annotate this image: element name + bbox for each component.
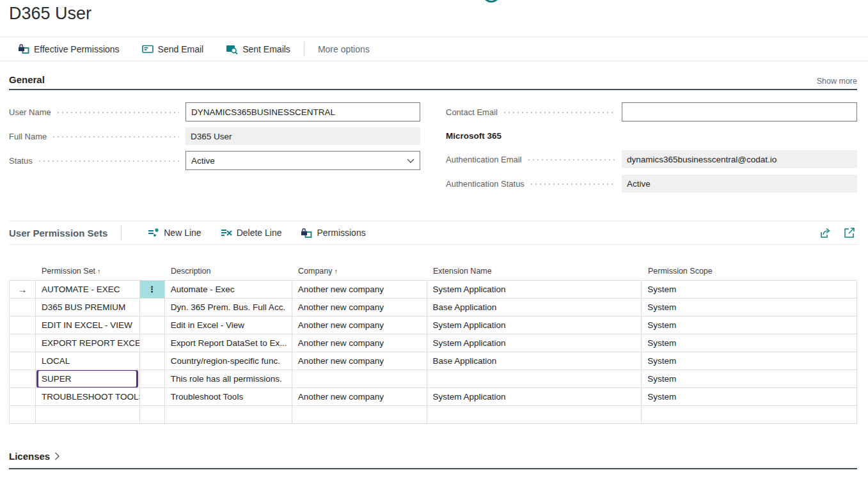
delete-line-icon xyxy=(221,228,232,238)
effective-permissions-label: Effective Permissions xyxy=(34,44,120,54)
column-header-permission-set[interactable]: Permission Set↑ xyxy=(35,267,139,276)
sort-ascending-icon: ↑ xyxy=(97,267,101,275)
column-header-company[interactable]: Company↑ xyxy=(292,267,427,276)
full-name-field-row: Full Name D365 User xyxy=(9,127,420,146)
cell-permission-scope[interactable]: System xyxy=(642,352,857,370)
table-row[interactable]: EXPORT REPORT EXCEL Export Report DataSe… xyxy=(10,334,857,352)
cell-company[interactable]: Another new company xyxy=(292,299,427,317)
status-value: Active xyxy=(191,156,215,166)
table-row-selected[interactable]: SUPER This role has all permissions. Sys… xyxy=(10,370,857,388)
column-header-permission-scope[interactable]: Permission Scope xyxy=(642,267,857,276)
cell-permission-scope[interactable]: System xyxy=(642,370,857,388)
delete-line-button[interactable]: Delete Line xyxy=(221,228,282,238)
table-row-empty[interactable] xyxy=(10,406,857,424)
delete-line-label: Delete Line xyxy=(237,228,282,238)
ups-actions: New Line Delete Line xyxy=(148,228,365,238)
cell-description[interactable]: Edit in Excel - View xyxy=(165,317,292,334)
table-row[interactable]: LOCAL Country/region-specific func. Anot… xyxy=(10,352,857,370)
open-in-new-window-icon[interactable] xyxy=(844,227,855,238)
cell-permission-scope[interactable]: System xyxy=(642,281,857,299)
dotted-leader xyxy=(531,184,615,185)
effective-permissions-button[interactable]: Effective Permissions xyxy=(18,43,120,54)
chevron-down-icon xyxy=(407,159,414,163)
cell-description[interactable] xyxy=(165,406,292,424)
row-options-cell xyxy=(140,388,165,406)
cell-description[interactable]: Automate - Exec xyxy=(165,281,292,299)
permissions-button[interactable]: Permissions xyxy=(301,228,365,238)
licenses-section-header[interactable]: Licenses xyxy=(9,451,59,462)
cell-extension-name[interactable]: System Application xyxy=(427,388,642,406)
show-more-link[interactable]: Show more xyxy=(817,77,857,86)
share-icon[interactable] xyxy=(819,227,832,238)
user-name-label: User Name xyxy=(9,107,51,117)
user-name-input[interactable] xyxy=(185,102,420,121)
cell-company[interactable]: Another new company xyxy=(292,352,427,370)
cell-description[interactable]: Export Report DataSet to Ex... xyxy=(165,334,292,352)
sort-ascending-icon: ↑ xyxy=(335,267,338,275)
column-header-extension-name[interactable]: Extension Name xyxy=(427,267,642,276)
divider xyxy=(0,61,868,61)
cell-description[interactable]: This role has all permissions. xyxy=(165,370,292,388)
send-email-icon xyxy=(142,44,154,54)
cell-company[interactable] xyxy=(292,370,427,388)
table-row[interactable]: → AUTOMATE - EXEC ⋮ Automate - Exec Anot… xyxy=(10,281,857,299)
cell-permission-set[interactable]: EXPORT REPORT EXCEL xyxy=(36,334,140,352)
status-field-row: Status Active xyxy=(9,151,420,170)
cell-extension-name[interactable]: Base Application xyxy=(427,352,642,370)
authentication-status-label: Authentication Status xyxy=(446,179,525,189)
contact-email-input[interactable] xyxy=(622,102,857,121)
cell-extension-name[interactable]: System Application xyxy=(427,334,642,352)
user-name-field-row: User Name xyxy=(9,102,420,121)
cell-extension-name[interactable] xyxy=(427,370,642,388)
sent-emails-button[interactable]: Sent Emails xyxy=(226,44,290,54)
cell-company[interactable]: Another new company xyxy=(292,388,427,406)
cell-extension-name[interactable]: System Application xyxy=(427,317,642,334)
send-email-button[interactable]: Send Email xyxy=(142,44,204,54)
cell-description[interactable]: Dyn. 365 Prem. Bus. Full Acc. xyxy=(165,299,292,317)
cell-permission-scope[interactable]: System xyxy=(642,334,857,352)
cell-description[interactable]: Troubleshoot Tools xyxy=(165,388,292,406)
cell-company[interactable]: Another new company xyxy=(292,317,427,334)
sent-emails-icon xyxy=(226,44,238,54)
full-name-label: Full Name xyxy=(9,132,47,141)
cell-permission-set-focused[interactable]: SUPER xyxy=(36,370,140,388)
authentication-status-field-row: Authentication Status Active xyxy=(446,174,857,193)
licenses-underline xyxy=(9,468,857,469)
cell-permission-set[interactable]: TROUBLESHOOT TOOLS xyxy=(36,388,140,406)
general-section-heading[interactable]: General xyxy=(9,74,45,85)
cell-extension-name[interactable]: Base Application xyxy=(427,299,642,317)
cell-permission-set[interactable] xyxy=(36,406,140,424)
cell-permission-set[interactable]: AUTOMATE - EXEC xyxy=(36,281,140,299)
table-row[interactable]: EDIT IN EXCEL - VIEW Edit in Excel - Vie… xyxy=(10,317,857,334)
row-options-button[interactable]: ⋮ xyxy=(140,281,165,299)
cell-company[interactable]: Another new company xyxy=(292,281,427,299)
cell-permission-set[interactable]: EDIT IN EXCEL - VIEW xyxy=(36,317,140,334)
column-header-description[interactable]: Description xyxy=(164,267,292,276)
cell-permission-scope[interactable]: System xyxy=(642,317,857,334)
contact-email-label: Contact Email xyxy=(446,107,498,117)
table-row[interactable]: TROUBLESHOOT TOOLS Troubleshoot Tools An… xyxy=(10,388,857,406)
cell-permission-scope[interactable]: System xyxy=(642,299,857,317)
table-row[interactable]: D365 BUS PREMIUM Dyn. 365 Prem. Bus. Ful… xyxy=(10,299,857,317)
ups-bar-divider xyxy=(121,226,122,240)
cell-extension-name[interactable] xyxy=(427,406,642,424)
cell-permission-set[interactable]: D365 BUS PREMIUM xyxy=(36,299,140,317)
new-line-icon xyxy=(148,228,159,238)
cell-permission-scope[interactable] xyxy=(642,406,857,424)
more-options-button[interactable]: More options xyxy=(318,44,370,54)
cell-company[interactable] xyxy=(292,406,427,424)
cell-description[interactable]: Country/region-specific func. xyxy=(165,352,292,370)
cell-extension-name[interactable]: System Application xyxy=(427,281,642,299)
d365-user-card-page: D365 User Effective Permissions xyxy=(0,0,868,477)
new-line-button[interactable]: New Line xyxy=(148,228,201,238)
page-indicator-arc xyxy=(482,0,500,3)
permission-sets-table: Permission Set↑ Description Company↑ Ext… xyxy=(9,262,857,424)
chevron-right-icon xyxy=(54,452,59,460)
authentication-status-value: Active xyxy=(622,175,857,192)
status-select[interactable]: Active xyxy=(185,151,420,170)
row-options-cell xyxy=(140,317,165,334)
row-gutter xyxy=(10,406,36,424)
cell-permission-scope[interactable]: System xyxy=(642,388,857,406)
cell-company[interactable]: Another new company xyxy=(292,334,427,352)
cell-permission-set[interactable]: LOCAL xyxy=(36,352,140,370)
